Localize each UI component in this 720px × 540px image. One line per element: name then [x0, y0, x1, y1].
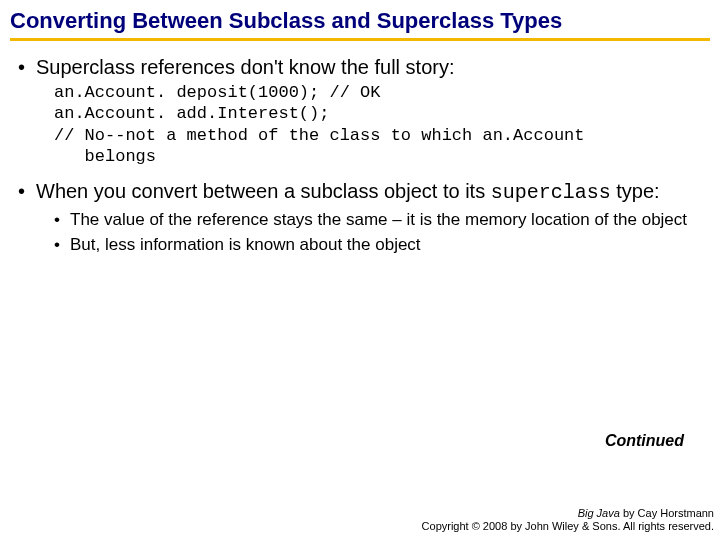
bullet-text-mono: superclass: [491, 181, 611, 204]
footer: Big Java by Cay Horstmann Copyright © 20…: [422, 507, 714, 535]
slide: Converting Between Subclass and Supercla…: [0, 0, 720, 540]
footer-line-1: Big Java by Cay Horstmann: [422, 507, 714, 521]
bullet-text: Superclass references don't know the ful…: [36, 56, 454, 78]
bullet-item: Superclass references don't know the ful…: [18, 55, 710, 167]
continued-label: Continued: [605, 432, 684, 450]
book-title: Big Java: [578, 507, 620, 519]
sub-bullet-item: But, less information is known about the…: [54, 234, 710, 255]
sub-bullet-list: The value of the reference stays the sam…: [54, 209, 710, 256]
code-block: an.Account. deposit(1000); // OK an.Acco…: [54, 82, 710, 167]
footer-line-2: Copyright © 2008 by John Wiley & Sons. A…: [422, 520, 714, 534]
bullet-list: Superclass references don't know the ful…: [18, 55, 710, 256]
bullet-text-post: type:: [611, 180, 660, 202]
bullet-text-pre: When you convert between a subclass obje…: [36, 180, 491, 202]
bullet-item: When you convert between a subclass obje…: [18, 179, 710, 256]
sub-bullet-item: The value of the reference stays the sam…: [54, 209, 710, 230]
author: by Cay Horstmann: [620, 507, 714, 519]
slide-title: Converting Between Subclass and Supercla…: [10, 8, 710, 41]
